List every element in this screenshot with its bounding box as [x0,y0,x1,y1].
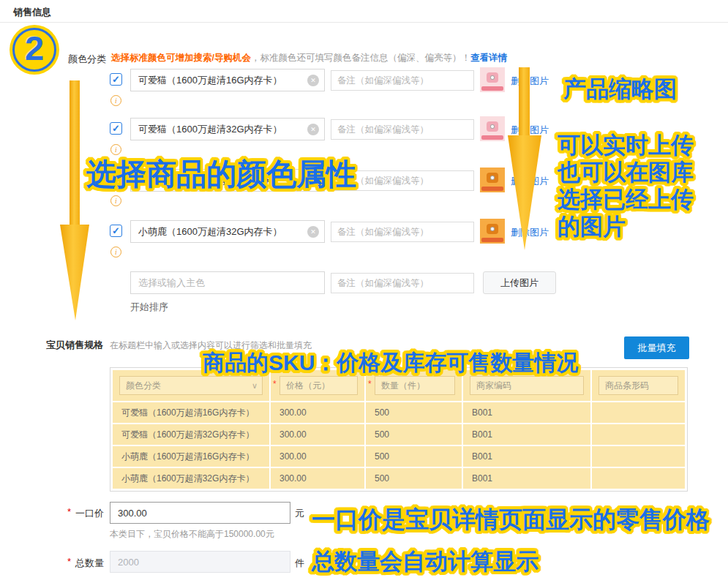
sku-cell-price[interactable]: 300.00 [271,402,364,423]
quantity-filter[interactable]: 数量（件） [375,376,455,395]
check-icon: ✓ [112,225,120,236]
color-category-filter[interactable]: 颜色分类 ∨ [119,376,263,395]
price-hint: 本类目下，宝贝价格不能高于150000.00元 [110,528,274,541]
sku-cell-color[interactable]: 小萌鹿（1600万超清16G内存卡） [113,446,269,467]
remark-input[interactable] [331,70,474,91]
sku-cell-barcode[interactable] [592,468,685,489]
batch-fill-button[interactable]: 批量填充 [624,336,689,359]
color-hint-rest: ，标准颜色还可填写颜色备注信息（偏深、偏亮等）！ [251,53,470,63]
info-icon: i [110,144,121,155]
header-label: 商品条形码 [605,380,649,391]
thumbnail-banner [481,135,503,140]
spec-section-label: 宝贝销售规格 [46,339,103,352]
info-icon: i [110,247,121,257]
product-thumbnail[interactable] [480,116,505,141]
product-thumbnail[interactable] [480,168,505,192]
thumbnail-banner [481,238,503,242]
product-thumbnail[interactable] [480,219,505,244]
total-quantity-input [110,551,290,573]
sku-cell-quantity[interactable]: 500 [366,402,462,423]
merchant-code-filter[interactable]: 商家编码 [470,376,584,395]
required-asterisk: * [273,379,277,389]
color-category-label: 颜色分类 [68,53,106,66]
product-thumbnail[interactable] [480,67,505,92]
check-icon: ✓ [112,123,120,134]
sku-cell-price[interactable]: 300.00 [271,424,364,445]
check-icon: ✓ [112,74,120,85]
thumbnail-banner [481,86,503,91]
color-name-input[interactable] [130,69,325,91]
sku-cell-price[interactable]: 300.00 [271,446,364,467]
sku-cell-merchant-code[interactable]: B001 [463,468,590,489]
price-input[interactable] [110,502,290,524]
sku-cell-color[interactable]: 小萌鹿（1600万超清32G内存卡） [113,468,269,489]
upload-image-button[interactable]: 上传图片 [483,271,556,294]
barcode-filter[interactable]: 商品条形码 [598,376,678,395]
color-hint-strong: 选择标准颜色可增加搜索/导购机会 [111,53,251,63]
required-asterisk: * [67,556,71,567]
sku-cell-merchant-code[interactable]: B001 [463,424,590,445]
chevron-down-icon: ∨ [252,377,258,394]
sort-hint[interactable]: 开始排序 [130,301,168,314]
header-label: 价格（元） [286,380,330,391]
main-color-input[interactable] [130,271,325,294]
sku-cell-color[interactable]: 可爱猫（1600万超清32G内存卡） [113,424,269,445]
sku-cell-quantity[interactable]: 500 [366,424,462,445]
thumbnail-lens [490,227,495,231]
clear-icon[interactable]: ✕ [307,124,319,135]
clear-icon[interactable]: ✕ [307,75,319,86]
remark-input[interactable] [331,222,474,242]
annotation-thumbnail-line4: 的图片 [558,211,626,242]
info-icon: i [110,95,121,106]
thumbnail-lens [490,176,495,180]
sku-cell-barcode[interactable] [592,446,685,467]
sku-cell-price[interactable]: 300.00 [271,468,364,489]
badge-number: 2 [10,28,59,68]
color-checkbox[interactable]: ✓ [110,225,122,237]
price-filter[interactable]: 价格（元） [279,376,358,395]
color-hint-line: 选择标准颜色可增加搜索/导购机会，标准颜色还可填写颜色备注信息（偏深、偏亮等）！… [111,52,507,64]
divider [0,22,728,23]
info-icon: i [110,195,121,206]
required-asterisk: * [67,506,71,517]
thumbnail-lens [490,124,495,129]
remark-input[interactable] [331,119,474,140]
header-label: 数量（件） [381,380,425,391]
sku-cell-quantity[interactable]: 500 [366,446,462,467]
remark-input[interactable] [331,273,474,293]
annotation-thumbnail-title: 产品缩略图 [563,74,677,105]
sku-cell-quantity[interactable]: 500 [366,468,462,489]
step-2-badge: 2 [10,25,59,75]
annotation-thumbnail-line1: 可以实时上传 [558,130,694,161]
arrow-down-right [505,67,544,252]
section-title: 销售信息 [13,6,51,19]
sku-cell-barcode[interactable] [592,424,685,445]
header-label: 颜色分类 [126,380,161,391]
sku-cell-color[interactable]: 可爱猫（1600万超清16G内存卡） [113,402,269,423]
price-unit: 元 [295,507,304,520]
annotation-thumbnail-line3: 选择已经上传 [558,184,694,215]
annotation-quantity: 总数量会自动计算显示 [312,546,539,577]
annotation-thumbnail-line2: 也可以在图库 [558,157,694,188]
sales-info-page: 销售信息 2 颜色分类 选择标准颜色可增加搜索/导购机会，标准颜色还可填写颜色备… [0,0,728,583]
quantity-unit: 件 [295,557,304,570]
color-name-input[interactable] [130,220,325,243]
annotation-price: 一口价是宝贝详情页面显示的零售价格 [312,504,710,536]
sku-cell-merchant-code[interactable]: B001 [463,446,590,467]
color-checkbox[interactable]: ✓ [110,122,122,135]
header-cell-barcode: 商品条形码 [592,370,685,401]
color-checkbox[interactable]: ✓ [110,73,122,86]
thumbnail-banner [481,187,503,191]
view-details-link[interactable]: 查看详情 [470,53,507,63]
price-label: 一口价 [75,507,104,520]
thumbnail-lens [490,75,495,80]
header-label: 商家编码 [476,380,511,391]
sku-cell-merchant-code[interactable]: B001 [463,402,590,423]
annotation-sku: 商品的SKU：价格及库存可售数量情况 [203,348,578,378]
sku-cell-barcode[interactable] [592,402,685,423]
arrow-down-left [57,80,92,322]
color-name-input[interactable] [130,118,325,140]
clear-icon[interactable]: ✕ [307,226,319,238]
quantity-label: 总数量 [75,557,104,570]
required-asterisk: * [368,379,372,389]
